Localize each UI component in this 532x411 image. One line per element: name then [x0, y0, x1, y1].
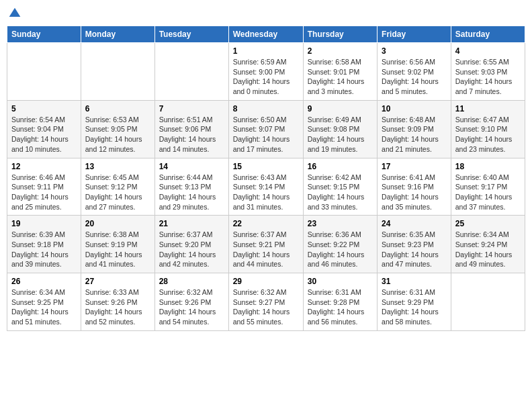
calendar-cell: 29 Sunrise: 6:32 AM Sunset: 9:27 PM Dayl… [228, 273, 303, 331]
sunrise-text: Sunrise: 6:58 AM [308, 58, 361, 66]
sunset-text: Sunset: 9:08 PM [308, 125, 360, 133]
calendar-cell: 4 Sunrise: 6:55 AM Sunset: 9:03 PM Dayli… [451, 43, 525, 101]
sunset-text: Sunset: 9:27 PM [233, 298, 285, 306]
day-info: Sunrise: 6:33 AM Sunset: 9:26 PM Dayligh… [85, 287, 150, 327]
sunset-text: Sunset: 9:09 PM [382, 125, 434, 133]
day-info: Sunrise: 6:53 AM Sunset: 9:05 PM Dayligh… [85, 115, 150, 154]
sunrise-text: Sunrise: 6:34 AM [11, 288, 65, 296]
day-info: Sunrise: 6:32 AM Sunset: 9:26 PM Dayligh… [159, 287, 224, 327]
calendar-cell [7, 43, 81, 101]
daylight-text: Daylight: 14 hours and 0 minutes. [233, 77, 290, 95]
calendar-cell: 11 Sunrise: 6:47 AM Sunset: 9:10 PM Dayl… [451, 100, 525, 158]
daylight-text: Daylight: 14 hours and 12 minutes. [85, 135, 142, 153]
sunset-text: Sunset: 9:03 PM [455, 68, 508, 76]
week-row-4: 26 Sunrise: 6:34 AM Sunset: 9:25 PM Dayl… [7, 273, 525, 331]
sunrise-text: Sunrise: 6:32 AM [159, 288, 213, 296]
day-info: Sunrise: 6:58 AM Sunset: 9:01 PM Dayligh… [308, 57, 373, 97]
day-number: 12 [11, 162, 77, 171]
daylight-text: Daylight: 14 hours and 35 minutes. [382, 193, 439, 211]
calendar-cell: 16 Sunrise: 6:42 AM Sunset: 9:15 PM Dayl… [303, 158, 377, 216]
day-number: 15 [233, 162, 299, 171]
daylight-text: Daylight: 14 hours and 23 minutes. [455, 135, 513, 153]
day-info: Sunrise: 6:46 AM Sunset: 9:11 PM Dayligh… [11, 173, 77, 212]
sunset-text: Sunset: 9:00 PM [233, 68, 285, 76]
day-number: 24 [382, 219, 447, 228]
daylight-text: Daylight: 14 hours and 10 minutes. [11, 135, 69, 153]
sunrise-text: Sunrise: 6:37 AM [233, 230, 287, 238]
sunrise-text: Sunrise: 6:43 AM [233, 173, 287, 181]
calendar-cell: 20 Sunrise: 6:38 AM Sunset: 9:19 PM Dayl… [81, 216, 154, 273]
day-number: 17 [382, 162, 447, 171]
calendar-cell: 5 Sunrise: 6:54 AM Sunset: 9:04 PM Dayli… [7, 100, 81, 158]
week-row-0: 1 Sunrise: 6:59 AM Sunset: 9:00 PM Dayli… [7, 43, 525, 101]
calendar-cell: 7 Sunrise: 6:51 AM Sunset: 9:06 PM Dayli… [154, 100, 228, 158]
calendar-cell: 6 Sunrise: 6:53 AM Sunset: 9:05 PM Dayli… [81, 100, 154, 158]
sunset-text: Sunset: 9:13 PM [159, 183, 212, 191]
day-info: Sunrise: 6:54 AM Sunset: 9:04 PM Dayligh… [11, 115, 77, 154]
week-row-1: 5 Sunrise: 6:54 AM Sunset: 9:04 PM Dayli… [7, 100, 525, 158]
sunrise-text: Sunrise: 6:38 AM [85, 230, 139, 238]
calendar-cell [451, 273, 525, 331]
day-number: 21 [159, 219, 224, 228]
calendar-cell: 9 Sunrise: 6:49 AM Sunset: 9:08 PM Dayli… [303, 100, 377, 158]
calendar-cell: 25 Sunrise: 6:34 AM Sunset: 9:24 PM Dayl… [451, 216, 525, 273]
day-number: 20 [85, 219, 150, 228]
day-number: 5 [11, 104, 77, 113]
weekday-header-sunday: Sunday [7, 26, 81, 43]
logo [7, 7, 21, 20]
sunrise-text: Sunrise: 6:55 AM [455, 58, 509, 66]
sunrise-text: Sunrise: 6:47 AM [455, 116, 509, 124]
calendar-cell: 19 Sunrise: 6:39 AM Sunset: 9:18 PM Dayl… [7, 216, 81, 273]
day-number: 22 [233, 219, 299, 228]
sunrise-text: Sunrise: 6:42 AM [308, 173, 361, 181]
sunrise-text: Sunrise: 6:53 AM [85, 116, 139, 124]
weekday-header-tuesday: Tuesday [154, 26, 228, 43]
daylight-text: Daylight: 14 hours and 27 minutes. [85, 193, 142, 211]
daylight-text: Daylight: 14 hours and 3 minutes. [308, 77, 365, 95]
calendar-cell: 8 Sunrise: 6:50 AM Sunset: 9:07 PM Dayli… [228, 100, 303, 158]
day-info: Sunrise: 6:51 AM Sunset: 9:06 PM Dayligh… [159, 115, 224, 154]
sunrise-text: Sunrise: 6:41 AM [382, 173, 435, 181]
day-info: Sunrise: 6:34 AM Sunset: 9:25 PM Dayligh… [11, 287, 77, 327]
week-row-3: 19 Sunrise: 6:39 AM Sunset: 9:18 PM Dayl… [7, 216, 525, 273]
sunset-text: Sunset: 9:29 PM [382, 298, 434, 306]
weekday-header-wednesday: Wednesday [228, 26, 303, 43]
day-number: 28 [159, 277, 224, 286]
day-number: 3 [382, 46, 447, 56]
day-number: 31 [382, 277, 447, 286]
sunrise-text: Sunrise: 6:31 AM [308, 288, 361, 296]
daylight-text: Daylight: 14 hours and 14 minutes. [159, 135, 216, 153]
day-info: Sunrise: 6:40 AM Sunset: 9:17 PM Dayligh… [455, 173, 521, 212]
daylight-text: Daylight: 14 hours and 47 minutes. [382, 250, 439, 269]
day-number: 14 [159, 162, 224, 171]
weekday-header-saturday: Saturday [451, 26, 525, 43]
calendar-cell: 18 Sunrise: 6:40 AM Sunset: 9:17 PM Dayl… [451, 158, 525, 216]
day-number: 13 [85, 162, 150, 171]
calendar-cell: 15 Sunrise: 6:43 AM Sunset: 9:14 PM Dayl… [228, 158, 303, 216]
calendar-cell: 13 Sunrise: 6:45 AM Sunset: 9:12 PM Dayl… [81, 158, 154, 216]
sunset-text: Sunset: 9:26 PM [159, 298, 212, 306]
day-number: 16 [308, 162, 373, 171]
day-info: Sunrise: 6:31 AM Sunset: 9:29 PM Dayligh… [382, 287, 447, 327]
sunset-text: Sunset: 9:28 PM [308, 298, 360, 306]
sunset-text: Sunset: 9:17 PM [455, 183, 508, 191]
day-info: Sunrise: 6:44 AM Sunset: 9:13 PM Dayligh… [159, 173, 224, 212]
calendar-cell: 22 Sunrise: 6:37 AM Sunset: 9:21 PM Dayl… [228, 216, 303, 273]
weekday-header-friday: Friday [378, 26, 451, 43]
day-info: Sunrise: 6:45 AM Sunset: 9:12 PM Dayligh… [85, 173, 150, 212]
sunrise-text: Sunrise: 6:50 AM [233, 116, 287, 124]
sunrise-text: Sunrise: 6:54 AM [11, 116, 65, 124]
daylight-text: Daylight: 14 hours and 7 minutes. [455, 77, 513, 95]
daylight-text: Daylight: 14 hours and 55 minutes. [233, 308, 290, 326]
sunset-text: Sunset: 9:16 PM [382, 183, 434, 191]
calendar-cell: 1 Sunrise: 6:59 AM Sunset: 9:00 PM Dayli… [228, 43, 303, 101]
daylight-text: Daylight: 14 hours and 19 minutes. [308, 135, 365, 153]
day-info: Sunrise: 6:37 AM Sunset: 9:21 PM Dayligh… [233, 230, 299, 269]
weekday-header-thursday: Thursday [303, 26, 377, 43]
calendar-cell: 21 Sunrise: 6:37 AM Sunset: 9:20 PM Dayl… [154, 216, 228, 273]
calendar-cell: 31 Sunrise: 6:31 AM Sunset: 9:29 PM Dayl… [378, 273, 451, 331]
day-number: 23 [308, 219, 373, 228]
sunset-text: Sunset: 9:04 PM [11, 125, 64, 133]
sunset-text: Sunset: 9:02 PM [382, 68, 434, 76]
day-number: 8 [233, 104, 299, 113]
